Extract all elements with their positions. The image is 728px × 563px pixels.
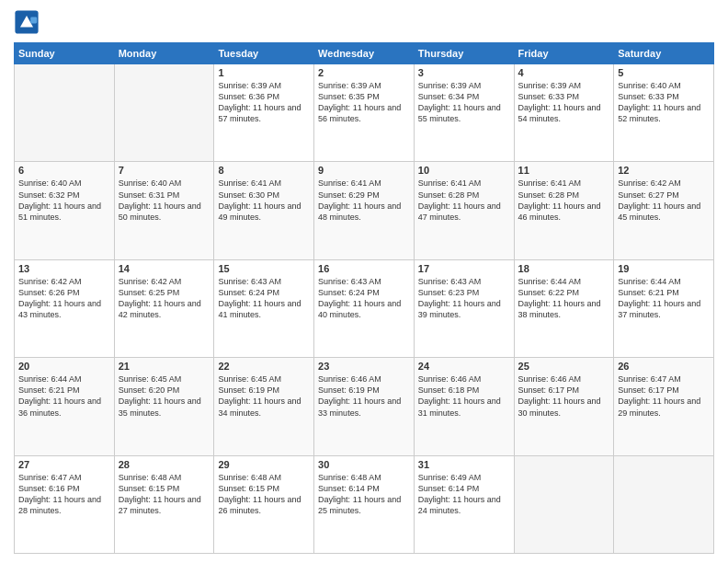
day-info: Sunrise: 6:39 AM Sunset: 6:34 PM Dayligh… (418, 80, 510, 125)
day-cell: 3Sunrise: 6:39 AM Sunset: 6:34 PM Daylig… (414, 64, 514, 162)
page: SundayMondayTuesdayWednesdayThursdayFrid… (0, 0, 728, 563)
day-cell: 20Sunrise: 6:44 AM Sunset: 6:21 PM Dayli… (15, 358, 115, 455)
day-info: Sunrise: 6:45 AM Sunset: 6:19 PM Dayligh… (218, 373, 310, 419)
day-cell: 18Sunrise: 6:44 AM Sunset: 6:22 PM Dayli… (514, 259, 614, 357)
day-number: 21 (119, 361, 210, 372)
week-row-1: 1Sunrise: 6:39 AM Sunset: 6:36 PM Daylig… (15, 64, 714, 162)
day-cell: 11Sunrise: 6:41 AM Sunset: 6:28 PM Dayli… (514, 162, 614, 259)
day-info: Sunrise: 6:48 AM Sunset: 6:15 PM Dayligh… (119, 472, 210, 517)
day-cell: 17Sunrise: 6:43 AM Sunset: 6:23 PM Dayli… (414, 259, 514, 357)
day-info: Sunrise: 6:42 AM Sunset: 6:25 PM Dayligh… (119, 276, 210, 321)
day-info: Sunrise: 6:48 AM Sunset: 6:14 PM Dayligh… (318, 472, 410, 517)
day-number: 6 (18, 165, 110, 176)
day-number: 23 (318, 361, 410, 372)
day-number: 11 (518, 165, 610, 176)
day-number: 4 (518, 67, 610, 78)
day-info: Sunrise: 6:49 AM Sunset: 6:14 PM Dayligh… (418, 472, 510, 517)
day-info: Sunrise: 6:43 AM Sunset: 6:24 PM Dayligh… (218, 276, 310, 321)
day-number: 10 (418, 165, 510, 176)
day-number: 14 (119, 263, 210, 274)
weekday-wednesday: Wednesday (314, 43, 415, 64)
day-number: 28 (119, 459, 210, 470)
weekday-sunday: Sunday (15, 43, 115, 64)
day-info: Sunrise: 6:39 AM Sunset: 6:35 PM Dayligh… (318, 80, 410, 125)
day-cell: 22Sunrise: 6:45 AM Sunset: 6:19 PM Dayli… (214, 358, 314, 455)
day-cell: 8Sunrise: 6:41 AM Sunset: 6:30 PM Daylig… (214, 162, 314, 259)
day-number: 30 (318, 459, 410, 470)
day-cell: 26Sunrise: 6:47 AM Sunset: 6:17 PM Dayli… (614, 358, 714, 455)
day-cell: 13Sunrise: 6:42 AM Sunset: 6:26 PM Dayli… (15, 259, 115, 357)
day-info: Sunrise: 6:44 AM Sunset: 6:22 PM Dayligh… (518, 276, 610, 321)
day-cell: 6Sunrise: 6:40 AM Sunset: 6:32 PM Daylig… (15, 162, 115, 259)
day-number: 26 (618, 361, 710, 372)
day-cell: 12Sunrise: 6:42 AM Sunset: 6:27 PM Dayli… (614, 162, 714, 259)
day-info: Sunrise: 6:41 AM Sunset: 6:28 PM Dayligh… (518, 178, 610, 223)
weekday-tuesday: Tuesday (214, 43, 314, 64)
day-cell: 15Sunrise: 6:43 AM Sunset: 6:24 PM Dayli… (214, 259, 314, 357)
day-number: 25 (518, 361, 610, 372)
weekday-monday: Monday (114, 43, 214, 64)
day-cell: 10Sunrise: 6:41 AM Sunset: 6:28 PM Dayli… (414, 162, 514, 259)
week-row-4: 20Sunrise: 6:44 AM Sunset: 6:21 PM Dayli… (15, 358, 714, 455)
day-number: 13 (18, 263, 110, 274)
day-cell: 29Sunrise: 6:48 AM Sunset: 6:15 PM Dayli… (214, 455, 314, 553)
day-info: Sunrise: 6:39 AM Sunset: 6:36 PM Dayligh… (218, 80, 310, 125)
day-cell (514, 455, 614, 553)
day-number: 24 (418, 361, 510, 372)
day-cell: 9Sunrise: 6:41 AM Sunset: 6:29 PM Daylig… (314, 162, 415, 259)
day-cell: 14Sunrise: 6:42 AM Sunset: 6:25 PM Dayli… (114, 259, 214, 357)
day-cell: 19Sunrise: 6:44 AM Sunset: 6:21 PM Dayli… (614, 259, 714, 357)
day-info: Sunrise: 6:43 AM Sunset: 6:23 PM Dayligh… (418, 276, 510, 321)
day-info: Sunrise: 6:39 AM Sunset: 6:33 PM Dayligh… (518, 80, 610, 125)
day-info: Sunrise: 6:42 AM Sunset: 6:27 PM Dayligh… (618, 178, 710, 223)
day-info: Sunrise: 6:44 AM Sunset: 6:21 PM Dayligh… (618, 276, 710, 321)
day-cell: 16Sunrise: 6:43 AM Sunset: 6:24 PM Dayli… (314, 259, 415, 357)
day-number: 15 (218, 263, 310, 274)
svg-rect-2 (30, 17, 37, 23)
day-cell: 2Sunrise: 6:39 AM Sunset: 6:35 PM Daylig… (314, 64, 415, 162)
day-info: Sunrise: 6:40 AM Sunset: 6:32 PM Dayligh… (18, 178, 110, 223)
day-info: Sunrise: 6:42 AM Sunset: 6:26 PM Dayligh… (18, 276, 110, 321)
day-number: 3 (418, 67, 510, 78)
day-number: 18 (518, 263, 610, 274)
day-info: Sunrise: 6:40 AM Sunset: 6:33 PM Dayligh… (618, 80, 710, 125)
logo (14, 9, 43, 35)
weekday-header-row: SundayMondayTuesdayWednesdayThursdayFrid… (15, 43, 714, 64)
day-info: Sunrise: 6:44 AM Sunset: 6:21 PM Dayligh… (18, 373, 110, 419)
day-info: Sunrise: 6:41 AM Sunset: 6:30 PM Dayligh… (218, 178, 310, 223)
logo-icon (14, 9, 40, 35)
day-number: 12 (618, 165, 710, 176)
day-number: 16 (318, 263, 410, 274)
day-info: Sunrise: 6:47 AM Sunset: 6:17 PM Dayligh… (618, 373, 710, 419)
weekday-thursday: Thursday (414, 43, 514, 64)
day-cell: 30Sunrise: 6:48 AM Sunset: 6:14 PM Dayli… (314, 455, 415, 553)
day-number: 1 (218, 67, 310, 78)
day-number: 19 (618, 263, 710, 274)
calendar: SundayMondayTuesdayWednesdayThursdayFrid… (14, 42, 714, 554)
week-row-5: 27Sunrise: 6:47 AM Sunset: 6:16 PM Dayli… (15, 455, 714, 553)
day-info: Sunrise: 6:47 AM Sunset: 6:16 PM Dayligh… (18, 472, 110, 517)
day-info: Sunrise: 6:43 AM Sunset: 6:24 PM Dayligh… (318, 276, 410, 321)
day-cell: 4Sunrise: 6:39 AM Sunset: 6:33 PM Daylig… (514, 64, 614, 162)
day-number: 31 (418, 459, 510, 470)
day-cell (614, 455, 714, 553)
day-info: Sunrise: 6:45 AM Sunset: 6:20 PM Dayligh… (119, 373, 210, 419)
day-cell (114, 64, 214, 162)
day-number: 29 (218, 459, 310, 470)
day-cell: 23Sunrise: 6:46 AM Sunset: 6:19 PM Dayli… (314, 358, 415, 455)
day-cell: 25Sunrise: 6:46 AM Sunset: 6:17 PM Dayli… (514, 358, 614, 455)
day-cell: 28Sunrise: 6:48 AM Sunset: 6:15 PM Dayli… (114, 455, 214, 553)
day-cell: 1Sunrise: 6:39 AM Sunset: 6:36 PM Daylig… (214, 64, 314, 162)
day-number: 5 (618, 67, 710, 78)
day-number: 7 (119, 165, 210, 176)
day-number: 22 (218, 361, 310, 372)
week-row-2: 6Sunrise: 6:40 AM Sunset: 6:32 PM Daylig… (15, 162, 714, 259)
day-info: Sunrise: 6:41 AM Sunset: 6:28 PM Dayligh… (418, 178, 510, 223)
day-cell: 21Sunrise: 6:45 AM Sunset: 6:20 PM Dayli… (114, 358, 214, 455)
day-number: 9 (318, 165, 410, 176)
day-cell (15, 64, 115, 162)
day-info: Sunrise: 6:46 AM Sunset: 6:18 PM Dayligh… (418, 373, 510, 419)
weekday-saturday: Saturday (614, 43, 714, 64)
weekday-friday: Friday (514, 43, 614, 64)
day-info: Sunrise: 6:48 AM Sunset: 6:15 PM Dayligh… (218, 472, 310, 517)
